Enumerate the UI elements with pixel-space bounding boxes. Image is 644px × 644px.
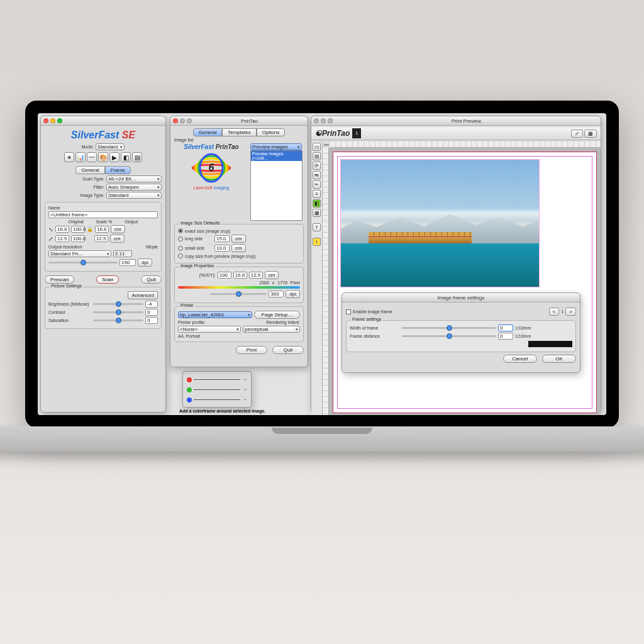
quit-button[interactable]: Quit xyxy=(272,346,304,354)
props-dpi-unit[interactable]: dpi xyxy=(286,290,300,298)
scan-type-select[interactable]: 48->24 Bit… xyxy=(106,175,162,182)
page-thumb[interactable]: 1 xyxy=(352,128,361,138)
image-type-select[interactable]: Standard xyxy=(106,192,162,199)
page[interactable] xyxy=(333,152,597,413)
small-unit[interactable]: cm xyxy=(231,244,246,252)
profile-select[interactable]: <None> xyxy=(178,326,241,333)
tool-icon-color[interactable]: 🎨 xyxy=(98,152,108,162)
unit-h-button[interactable]: cm xyxy=(110,235,125,243)
color-swatch[interactable] xyxy=(528,341,572,347)
zoom-icon[interactable] xyxy=(57,118,62,123)
tool-rotate-icon[interactable]: ⟳ xyxy=(313,162,321,170)
props-dpi-field[interactable]: 360 xyxy=(269,291,284,297)
image-frame[interactable] xyxy=(340,159,540,287)
y-field[interactable]: 12.5 xyxy=(249,272,263,279)
print-button[interactable]: Print xyxy=(236,346,267,354)
out-w-field[interactable]: 16.8 xyxy=(95,226,109,233)
tool-layers-icon[interactable]: ▤ xyxy=(313,152,321,160)
dpi-unit-button[interactable]: dpi xyxy=(138,258,152,267)
width-slider[interactable] xyxy=(402,327,496,329)
tool-color-icon[interactable]: ◧ xyxy=(313,199,321,208)
enable-frame-checkbox[interactable] xyxy=(346,309,351,314)
out-h-field[interactable]: 12.5 xyxy=(94,235,108,242)
percent-field[interactable]: 100 xyxy=(218,272,231,279)
quit-button[interactable]: Quit xyxy=(141,275,162,284)
saturation-field[interactable]: 0 xyxy=(145,317,158,324)
list-item[interactable]: Preview images (<Unti… xyxy=(251,151,302,161)
orig-w-field[interactable]: 16.8 xyxy=(55,226,69,233)
brightness-field[interactable]: -4 xyxy=(145,301,158,308)
tab-general[interactable]: General xyxy=(75,166,104,174)
prescan-button[interactable]: Prescan xyxy=(45,275,74,284)
tool-crop-icon[interactable]: ✂ xyxy=(313,180,321,189)
lock-icon[interactable]: 🔒 xyxy=(87,226,93,232)
tool-grid-icon[interactable]: ▦ xyxy=(313,209,321,217)
x-field[interactable]: 16.8 xyxy=(233,272,247,279)
radio-small[interactable] xyxy=(178,246,183,251)
printer-select[interactable]: hp_LaserJet_42001 xyxy=(178,311,252,318)
dpi-field[interactable]: 150 xyxy=(119,259,136,266)
width-field[interactable]: 0 xyxy=(498,325,513,331)
cancel-button[interactable]: Cancel xyxy=(503,355,537,363)
orig-h-field[interactable]: 12.5 xyxy=(55,235,69,242)
tool-icon-histogram[interactable]: 📊 xyxy=(75,152,86,162)
tool-text-icon[interactable]: T xyxy=(313,223,321,231)
minimize-icon[interactable] xyxy=(50,118,55,123)
nav-next-button[interactable]: > xyxy=(565,308,576,316)
intent-select[interactable]: perceptual xyxy=(243,326,300,333)
close-icon[interactable] xyxy=(173,118,178,123)
unit-w-button[interactable]: cm xyxy=(111,225,125,233)
advanced-button[interactable]: Advanced xyxy=(128,291,158,299)
tool-icon-curve[interactable]: 〰 xyxy=(87,152,97,162)
output-pref-select[interactable]: Standard Pri… xyxy=(48,250,111,257)
canvas-area[interactable]: Image frame settings Enable image frame … xyxy=(329,148,601,415)
tool-align-icon[interactable]: ≡ xyxy=(313,190,321,198)
brightness-slider[interactable] xyxy=(93,303,143,305)
tool-icon-7[interactable]: ▤ xyxy=(132,152,142,162)
tool-info-icon[interactable]: i xyxy=(313,238,321,246)
page-setup-button[interactable]: Page Setup… xyxy=(254,311,300,319)
image-list-select[interactable]: Preview images xyxy=(250,143,302,150)
distance-field[interactable]: 0 xyxy=(498,333,513,340)
small-field[interactable]: 10.0 xyxy=(214,245,230,252)
tool-pointer-icon[interactable]: ▭ xyxy=(313,143,321,151)
long-field[interactable]: 15.0 xyxy=(214,235,230,242)
long-unit[interactable]: cm xyxy=(231,235,246,243)
tab-templates[interactable]: Templates xyxy=(222,128,256,136)
filter-select[interactable]: Auto Sharpen xyxy=(106,184,162,191)
props-dpi-slider[interactable] xyxy=(210,293,267,295)
minimize-icon[interactable] xyxy=(180,118,185,123)
tab-frame[interactable]: Frame xyxy=(105,166,131,174)
mode-select[interactable]: Standard xyxy=(96,143,125,150)
zoom-icon[interactable] xyxy=(328,118,333,123)
tool-icon-1[interactable]: ✶ xyxy=(64,152,74,162)
tab-options[interactable]: Options xyxy=(257,128,286,136)
saturation-slider[interactable] xyxy=(93,319,143,321)
tool-flip-icon[interactable]: ⇋ xyxy=(313,171,321,179)
ok-button[interactable]: OK xyxy=(542,355,576,363)
add-page-icon[interactable]: ▦ xyxy=(584,130,597,138)
minimize-icon[interactable] xyxy=(321,118,326,123)
radio-long[interactable] xyxy=(178,236,183,242)
xy-unit[interactable]: cm xyxy=(265,271,279,279)
scale-w-field[interactable]: 100.0 xyxy=(71,226,85,233)
dpi-slider[interactable] xyxy=(48,262,118,264)
tab-general[interactable]: General xyxy=(193,128,222,136)
arrows-icon-2[interactable]: ⤢ xyxy=(48,236,53,242)
tool-icon-6[interactable]: ◧ xyxy=(121,152,131,162)
close-icon[interactable] xyxy=(43,118,48,123)
scale-h-field[interactable]: 100.0 xyxy=(71,235,85,242)
name-field[interactable]: <Untitled frame> xyxy=(48,211,158,218)
zoom-icon[interactable] xyxy=(187,118,192,123)
nav-prev-button[interactable]: < xyxy=(549,308,560,316)
contrast-slider[interactable] xyxy=(93,311,143,313)
radio-copy[interactable] xyxy=(178,253,183,258)
close-icon[interactable] xyxy=(314,118,319,123)
scan-button[interactable]: Scan xyxy=(96,275,119,284)
arrows-icon[interactable]: ⤡ xyxy=(48,226,53,233)
radio-exact[interactable] xyxy=(178,228,183,233)
expand-icon[interactable]: ⤢ xyxy=(571,130,583,138)
printao-titlebar[interactable]: PrinTao xyxy=(170,116,308,126)
image-listbox[interactable]: Preview images (<Unti… xyxy=(250,150,303,221)
distance-slider[interactable] xyxy=(402,335,496,337)
